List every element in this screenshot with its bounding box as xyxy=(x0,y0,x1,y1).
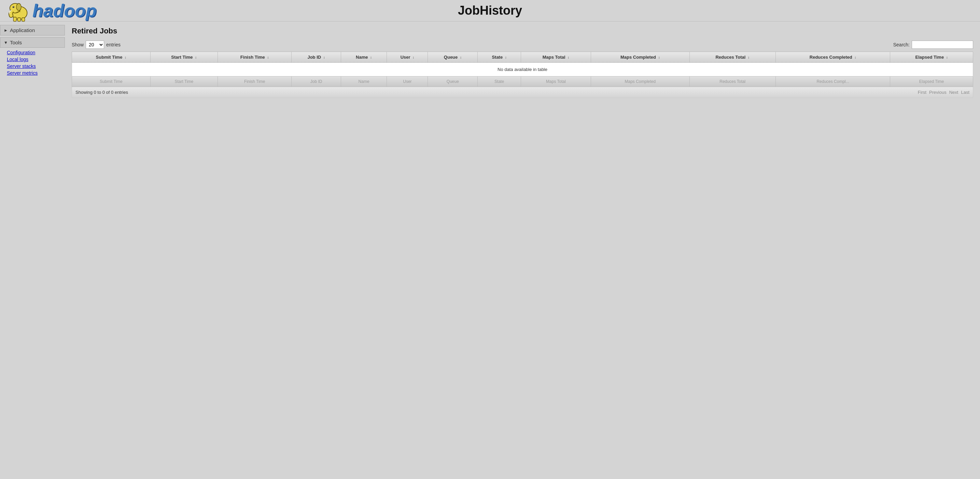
col-user[interactable]: User ↕ xyxy=(387,52,428,63)
sidebar-tools-label: Tools xyxy=(10,40,22,45)
search-label: Search: xyxy=(893,42,910,48)
svg-rect-6 xyxy=(18,18,21,22)
sidebar-tools-items: Configuration Local logs Server stacks S… xyxy=(0,48,65,78)
sidebar-application-header[interactable]: ► Application xyxy=(0,25,65,35)
pagination-previous[interactable]: Previous xyxy=(929,90,947,95)
col-queue[interactable]: Queue ↕ xyxy=(428,52,478,63)
sidebar-link-local-logs[interactable]: Local logs xyxy=(7,56,65,63)
sidebar-section-application: ► Application xyxy=(0,25,65,35)
show-label: Show xyxy=(72,42,84,48)
col-state[interactable]: State ↕ xyxy=(478,52,521,63)
svg-point-3 xyxy=(13,6,14,7)
tools-arrow-icon: ▼ xyxy=(4,40,8,45)
sidebar-section-tools: ▼ Tools Configuration Local logs Server … xyxy=(0,37,65,78)
search-input[interactable] xyxy=(912,41,973,49)
sidebar-link-server-metrics[interactable]: Server metrics xyxy=(7,70,65,76)
sidebar-link-server-stacks[interactable]: Server stacks xyxy=(7,63,65,70)
sidebar-application-label: Application xyxy=(10,27,35,33)
logo-text: hadoop xyxy=(32,0,97,21)
col-job-id[interactable]: Job ID ↕ xyxy=(292,52,341,63)
ghost-col-user: User xyxy=(387,76,428,87)
sidebar: ► Application ▼ Tools Configuration Loca… xyxy=(0,22,65,466)
col-maps-total[interactable]: Maps Total ↕ xyxy=(521,52,591,63)
ghost-col-maps-completed: Maps Completed xyxy=(591,76,689,87)
table-ghost-header-row: Submit Time Start Time Finish Time Job I… xyxy=(72,76,973,87)
ghost-col-submit-time: Submit Time xyxy=(72,76,151,87)
pagination-links: First Previous Next Last xyxy=(918,90,969,95)
table-footer: Showing 0 to 0 of 0 entries First Previo… xyxy=(72,87,973,98)
show-entries-control: Show 10 20 50 100 entries xyxy=(72,41,121,49)
sidebar-link-configuration[interactable]: Configuration xyxy=(7,49,65,56)
table-controls: Show 10 20 50 100 entries Search: xyxy=(72,41,973,49)
entries-label: entries xyxy=(106,42,121,48)
jobs-table: Submit Time ↕ Start Time ↕ Finish Time ↕… xyxy=(72,52,973,87)
svg-rect-7 xyxy=(22,18,25,22)
ghost-col-queue: Queue xyxy=(428,76,478,87)
svg-point-2 xyxy=(13,6,14,8)
col-finish-time[interactable]: Finish Time ↕ xyxy=(218,52,292,63)
col-reduces-total[interactable]: Reduces Total ↕ xyxy=(689,52,775,63)
table-header-row: Submit Time ↕ Start Time ↕ Finish Time ↕… xyxy=(72,52,973,63)
ghost-col-reduces-total: Reduces Total xyxy=(689,76,775,87)
col-reduces-completed[interactable]: Reduces Completed ↕ xyxy=(775,52,890,63)
entries-select[interactable]: 10 20 50 100 xyxy=(86,41,104,49)
retired-jobs-title: Retired Jobs xyxy=(72,27,973,35)
ghost-col-name: Name xyxy=(341,76,387,87)
application-arrow-icon: ► xyxy=(4,28,8,33)
hadoop-logo-elephant xyxy=(7,0,31,22)
sidebar-tools-header[interactable]: ▼ Tools xyxy=(0,37,65,48)
showing-text: Showing 0 to 0 of 0 entries xyxy=(75,90,128,95)
svg-rect-5 xyxy=(13,17,16,21)
page-title: JobHistory xyxy=(458,3,522,18)
ghost-col-maps-total: Maps Total xyxy=(521,76,591,87)
pagination-first[interactable]: First xyxy=(918,90,926,95)
col-name[interactable]: Name ↕ xyxy=(341,52,387,63)
ghost-col-state: State xyxy=(478,76,521,87)
logo-area: hadoop xyxy=(7,0,97,22)
main-content: Retired Jobs Show 10 20 50 100 entries S… xyxy=(65,22,980,466)
col-maps-completed[interactable]: Maps Completed ↕ xyxy=(591,52,689,63)
pagination-next[interactable]: Next xyxy=(949,90,958,95)
pagination-last[interactable]: Last xyxy=(961,90,969,95)
no-data-row: No data available in table xyxy=(72,63,973,76)
col-elapsed-time[interactable]: Elapsed Time ↕ xyxy=(890,52,973,63)
ghost-col-job-id: Job ID xyxy=(292,76,341,87)
svg-point-4 xyxy=(16,3,21,11)
ghost-col-elapsed-time: Elapsed Time xyxy=(890,76,973,87)
col-submit-time[interactable]: Submit Time ↕ xyxy=(72,52,151,63)
ghost-col-reduces-completed: Reduces Compl... xyxy=(775,76,890,87)
col-start-time[interactable]: Start Time ↕ xyxy=(150,52,218,63)
no-data-cell: No data available in table xyxy=(72,63,973,76)
search-area: Search: xyxy=(893,41,973,49)
ghost-col-start-time: Start Time xyxy=(150,76,218,87)
ghost-col-finish-time: Finish Time xyxy=(218,76,292,87)
